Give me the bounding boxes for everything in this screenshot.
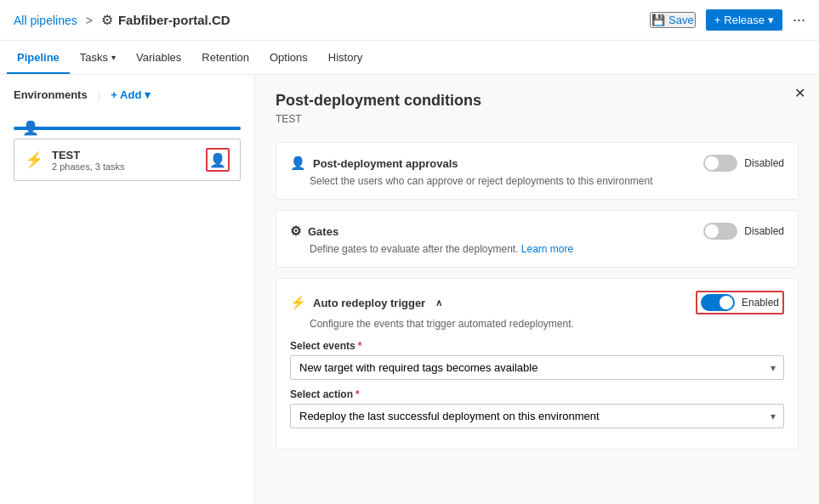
add-label: + Add [111, 88, 141, 101]
select-events-required: * [358, 340, 362, 352]
environments-label: Environments [14, 88, 88, 101]
right-panel: ✕ Post-deployment conditions TEST 👤 Post… [255, 75, 819, 504]
autored-icon: ⚡ [290, 295, 306, 310]
select-events-input[interactable]: New target with required tags becomes av… [290, 355, 784, 380]
nav-tabs: Pipeline Tasks ▾ Variables Retention Opt… [0, 41, 819, 75]
save-icon: 💾 [651, 14, 665, 26]
breadcrumb-area: All pipelines > ⚙ Fabfiber-portal.CD [14, 12, 230, 28]
toolbar: 💾 Save + Release ▾ ··· [650, 9, 805, 31]
person-icon: 👤 [209, 152, 226, 168]
environments-header: Environments | + Add ▾ [14, 88, 241, 101]
approvals-toggle[interactable] [703, 155, 737, 172]
tab-retention[interactable]: Retention [191, 41, 259, 74]
autored-collapse-icon[interactable]: ∧ [435, 297, 442, 309]
top-bar: All pipelines > ⚙ Fabfiber-portal.CD 💾 S… [0, 0, 819, 41]
tab-history[interactable]: History [318, 41, 373, 74]
release-button[interactable]: + Release ▾ [706, 9, 782, 31]
approvals-condition: 👤 Post-deployment approvals Disabled Sel… [276, 142, 799, 200]
plus-icon: + [714, 14, 721, 26]
stage-progress-bar [14, 127, 241, 130]
select-action-wrap: Redeploy the last successful deployment … [290, 404, 784, 428]
stage-card: ⚡ TEST 2 phases, 3 tasks 👤 [14, 139, 241, 181]
panel-title: Post-deployment conditions [276, 92, 799, 110]
release-arrow-icon: ▾ [768, 14, 774, 26]
gates-header: ⚙ Gates Disabled [290, 223, 784, 240]
save-label: Save [668, 14, 694, 26]
stage-info: TEST 2 phases, 3 tasks [52, 149, 197, 172]
add-arrow-icon: ▾ [145, 88, 151, 101]
select-action-group: Select action * Redeploy the last succes… [290, 388, 784, 428]
autored-desc: Configure the events that trigger automa… [310, 318, 784, 330]
env-sep: | [98, 88, 101, 101]
panel-subtitle: TEST [276, 113, 799, 125]
autored-toggle-label: Enabled [742, 297, 779, 309]
select-events-wrap: New target with required tags becomes av… [290, 355, 784, 380]
pipeline-stage: ⚡ TEST 2 phases, 3 tasks 👤 👤 [14, 127, 241, 181]
gates-desc: Define gates to evaluate after the deplo… [310, 243, 784, 255]
gates-toggle-wrap: Disabled [703, 223, 784, 240]
main-layout: Environments | + Add ▾ ⚡ TEST 2 phases, … [0, 75, 819, 504]
autored-title: ⚡ Auto redeploy trigger ∧ [290, 295, 442, 310]
approvals-icon: 👤 [290, 156, 306, 171]
pipeline-icon: ⚙ [101, 12, 113, 28]
approvals-desc: Select the users who can approve or reje… [310, 175, 784, 187]
select-action-label: Select action * [290, 388, 784, 400]
gates-condition: ⚙ Gates Disabled Define gates to evaluat… [276, 210, 799, 268]
approvals-toggle-wrap: Disabled [703, 155, 784, 172]
tab-options[interactable]: Options [259, 41, 318, 74]
breadcrumb-sep: > [86, 14, 93, 27]
select-events-label: Select events * [290, 340, 784, 352]
autored-header: ⚡ Auto redeploy trigger ∧ Enabled [290, 291, 784, 314]
release-label: Release [724, 14, 765, 26]
gates-title: ⚙ Gates [290, 224, 338, 239]
autored-condition: ⚡ Auto redeploy trigger ∧ Enabled Config… [276, 278, 799, 450]
stage-person-button[interactable]: 👤 [206, 148, 230, 172]
more-button[interactable]: ··· [793, 11, 805, 29]
stage-left-person-icon: 👤 [22, 120, 39, 136]
gates-learn-more-link[interactable]: Learn more [521, 243, 573, 255]
approvals-toggle-label: Disabled [744, 157, 784, 169]
tasks-arrow-icon: ▾ [111, 53, 116, 62]
close-button[interactable]: ✕ [794, 85, 805, 101]
stage-details: 2 phases, 3 tasks [52, 161, 197, 172]
select-action-required: * [355, 388, 360, 400]
tab-variables[interactable]: Variables [126, 41, 191, 74]
pipeline-name: Fabfiber-portal.CD [118, 13, 230, 27]
save-button[interactable]: 💾 Save [650, 12, 696, 28]
left-panel: Environments | + Add ▾ ⚡ TEST 2 phases, … [0, 75, 255, 504]
stage-name: TEST [52, 149, 197, 161]
tab-tasks[interactable]: Tasks ▾ [70, 41, 126, 74]
breadcrumb-link[interactable]: All pipelines [14, 14, 77, 27]
gates-toggle[interactable] [703, 223, 737, 240]
autored-toggle[interactable] [701, 294, 735, 311]
approvals-header: 👤 Post-deployment approvals Disabled [290, 155, 784, 172]
select-events-group: Select events * New target with required… [290, 340, 784, 380]
add-environment-button[interactable]: + Add ▾ [111, 88, 151, 101]
approvals-title: 👤 Post-deployment approvals [290, 156, 458, 171]
select-action-input[interactable]: Redeploy the last successful deployment … [290, 404, 784, 428]
tab-pipeline[interactable]: Pipeline [7, 41, 70, 74]
stage-lightning-icon: ⚡ [25, 150, 43, 169]
gates-icon: ⚙ [290, 224, 301, 239]
autored-toggle-wrap: Enabled [696, 291, 784, 314]
gates-toggle-label: Disabled [744, 225, 784, 237]
